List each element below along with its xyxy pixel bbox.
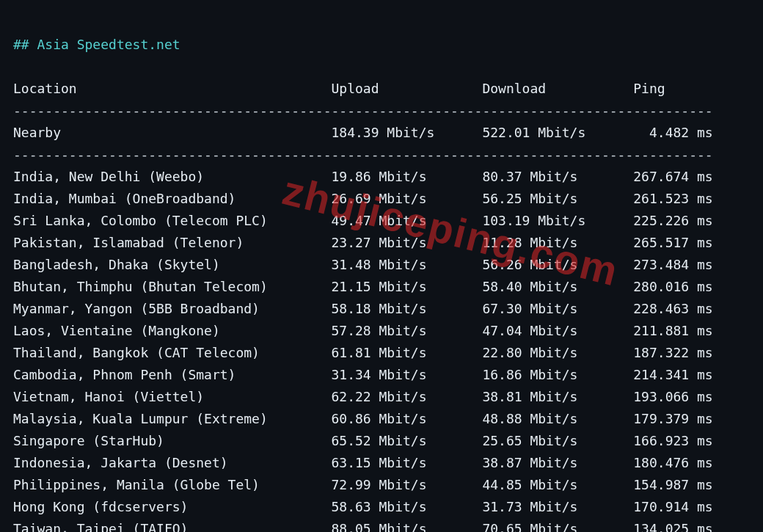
table-body: India, New Delhi (Weebo) 19.86 Mbit/s 80… — [13, 169, 713, 532]
divider-1: ----------------------------------------… — [13, 103, 713, 118]
header-row: Location Upload Download Ping — [13, 81, 665, 96]
nearby-row: Nearby 184.39 Mbit/s 522.01 Mbit/s 4.482… — [13, 125, 713, 140]
terminal-output: ## Asia Speedtest.net Location Upload Do… — [0, 0, 763, 532]
section-title: ## Asia Speedtest.net — [13, 37, 180, 52]
divider-2: ----------------------------------------… — [13, 147, 713, 162]
